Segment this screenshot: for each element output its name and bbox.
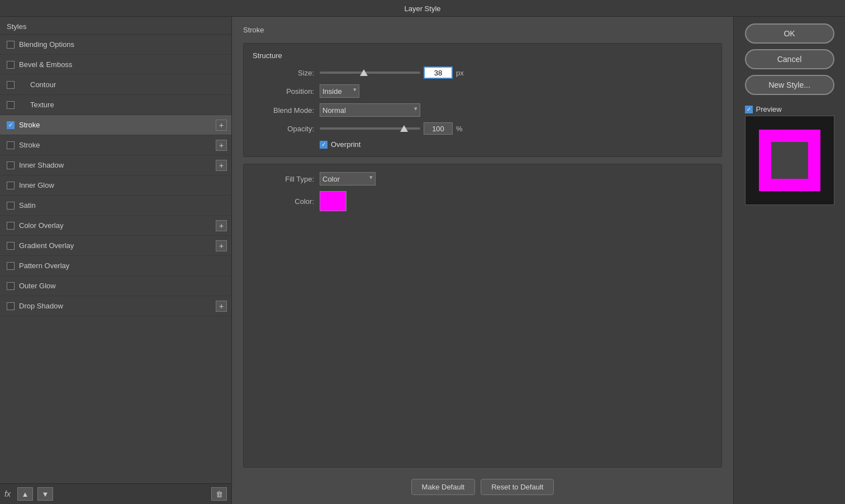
overprint-checkbox[interactable]: ✓ <box>320 141 327 149</box>
opacity-slider-thumb[interactable] <box>400 125 408 132</box>
position-select-wrapper: Inside Outside Center <box>320 84 359 98</box>
blend-mode-row: Blend Mode: Normal Dissolve Multiply Scr… <box>253 103 713 117</box>
size-slider-track[interactable] <box>320 72 420 74</box>
label-drop-shadow: Drop Shadow <box>19 302 213 310</box>
checkbox-pattern-overlay[interactable] <box>7 262 15 270</box>
plus-btn-inner-shadow[interactable]: + <box>216 160 227 171</box>
layer-item-contour[interactable]: Contour <box>0 75 231 95</box>
delete-button[interactable]: 🗑 <box>211 487 227 501</box>
checkbox-contour[interactable] <box>7 81 15 89</box>
right-panel: OK Cancel New Style... ✓ Preview <box>733 17 845 504</box>
blend-mode-select-wrapper: Normal Dissolve Multiply Screen Overlay <box>320 103 420 117</box>
layer-item-texture[interactable]: Texture <box>0 95 231 115</box>
dialog-title: Layer Style <box>404 4 440 13</box>
plus-btn-stroke-active[interactable]: + <box>216 120 227 131</box>
plus-btn-stroke[interactable]: + <box>216 140 227 151</box>
layer-item-pattern-overlay[interactable]: Pattern Overlay <box>0 256 231 276</box>
label-bevel-emboss: Bevel & Emboss <box>19 60 227 69</box>
layer-item-color-overlay[interactable]: Color Overlay+ <box>0 216 231 236</box>
label-contour: Contour <box>30 80 227 89</box>
opacity-label: Opacity: <box>253 125 320 133</box>
checkbox-stroke[interactable] <box>7 141 15 149</box>
structure-title: Structure <box>253 51 713 60</box>
label-inner-glow: Inner Glow <box>19 181 227 189</box>
structure-section: Structure Size: px Position: <box>243 43 722 157</box>
fill-type-label: Fill Type: <box>253 175 320 183</box>
main-content: Styles Blending OptionsBevel & EmbossCon… <box>0 17 845 504</box>
layer-item-blending-options[interactable]: Blending Options <box>0 35 231 55</box>
checkbox-blending-options[interactable] <box>7 41 15 49</box>
blend-mode-label: Blend Mode: <box>253 106 320 115</box>
color-row: Color: <box>253 191 713 211</box>
label-gradient-overlay: Gradient Overlay <box>19 241 213 250</box>
layer-item-bevel-emboss[interactable]: Bevel & Emboss <box>0 55 231 75</box>
fill-type-select-wrapper: Color Gradient Pattern <box>320 172 376 186</box>
middle-panel: Stroke Structure Size: px <box>232 17 733 504</box>
checkbox-inner-shadow[interactable] <box>7 161 15 169</box>
label-inner-shadow: Inner Shadow <box>19 161 213 169</box>
layer-item-stroke-active[interactable]: Stroke+ <box>0 115 231 135</box>
color-swatch[interactable] <box>320 191 346 211</box>
delete-icon: 🗑 <box>216 490 223 498</box>
layer-item-stroke[interactable]: Stroke+ <box>0 135 231 155</box>
plus-btn-color-overlay[interactable]: + <box>216 220 227 231</box>
label-stroke: Stroke <box>19 141 213 149</box>
overprint-label: Overprint <box>331 140 360 149</box>
checkbox-drop-shadow[interactable] <box>7 302 15 310</box>
cancel-button[interactable]: Cancel <box>745 49 834 69</box>
make-default-button[interactable]: Make Default <box>411 479 476 495</box>
preview-checkbox[interactable]: ✓ <box>745 106 753 113</box>
label-blending-options: Blending Options <box>19 40 227 49</box>
size-row: Size: px <box>253 66 713 79</box>
opacity-row: Opacity: % <box>253 122 713 135</box>
fill-section: Fill Type: Color Gradient Pattern Color: <box>243 164 722 468</box>
checkbox-color-overlay[interactable] <box>7 222 15 230</box>
preview-label: Preview <box>756 105 782 113</box>
styles-header: Styles <box>0 17 231 35</box>
checkbox-outer-glow[interactable] <box>7 282 15 290</box>
title-bar: Layer Style <box>0 0 845 17</box>
checkbox-inner-glow[interactable] <box>7 182 15 189</box>
size-label: Size: <box>253 69 320 77</box>
opacity-input[interactable] <box>424 122 453 135</box>
checkbox-satin[interactable] <box>7 202 15 210</box>
preview-canvas <box>745 116 834 205</box>
position-select[interactable]: Inside Outside Center <box>320 84 359 98</box>
checkbox-bevel-emboss[interactable] <box>7 61 15 69</box>
layer-item-drop-shadow[interactable]: Drop Shadow+ <box>0 296 231 316</box>
layer-item-outer-glow[interactable]: Outer Glow <box>0 276 231 296</box>
layer-item-inner-glow[interactable]: Inner Glow <box>0 175 231 196</box>
opacity-slider-track[interactable] <box>320 127 420 130</box>
checkbox-texture[interactable] <box>7 101 15 109</box>
size-slider-container: px <box>320 66 713 79</box>
label-texture: Texture <box>30 101 227 109</box>
fill-type-select[interactable]: Color Gradient Pattern <box>320 172 376 186</box>
label-stroke-active: Stroke <box>19 121 213 129</box>
layer-item-inner-shadow[interactable]: Inner Shadow+ <box>0 155 231 175</box>
bottom-buttons: Make Default Reset to Default <box>243 474 722 495</box>
plus-btn-gradient-overlay[interactable]: + <box>216 240 227 251</box>
size-input[interactable] <box>424 66 453 79</box>
fx-label[interactable]: fx <box>4 489 11 498</box>
layer-style-dialog: Layer Style Styles Blending OptionsBevel… <box>0 0 845 504</box>
checkbox-stroke-active[interactable] <box>7 121 15 129</box>
preview-label-row: ✓ Preview <box>745 105 782 113</box>
left-panel: Styles Blending OptionsBevel & EmbossCon… <box>0 17 232 504</box>
preview-square <box>759 130 820 191</box>
new-style-button[interactable]: New Style... <box>745 75 834 95</box>
move-down-button[interactable]: ▼ <box>37 487 53 501</box>
ok-button[interactable]: OK <box>745 23 834 44</box>
stroke-section-title: Stroke <box>243 26 722 34</box>
layer-list: Blending OptionsBevel & EmbossContourTex… <box>0 35 231 483</box>
layer-item-gradient-overlay[interactable]: Gradient Overlay+ <box>0 236 231 256</box>
move-up-button[interactable]: ▲ <box>17 487 33 501</box>
plus-btn-drop-shadow[interactable]: + <box>216 301 227 312</box>
blend-mode-select[interactable]: Normal Dissolve Multiply Screen Overlay <box>320 103 420 117</box>
reset-default-button[interactable]: Reset to Default <box>481 479 554 495</box>
overprint-row: ✓ Overprint <box>320 140 713 149</box>
layer-item-satin[interactable]: Satin <box>0 196 231 216</box>
checkbox-gradient-overlay[interactable] <box>7 242 15 250</box>
size-slider-thumb[interactable] <box>360 69 368 76</box>
opacity-unit: % <box>456 125 463 133</box>
label-pattern-overlay: Pattern Overlay <box>19 261 227 270</box>
